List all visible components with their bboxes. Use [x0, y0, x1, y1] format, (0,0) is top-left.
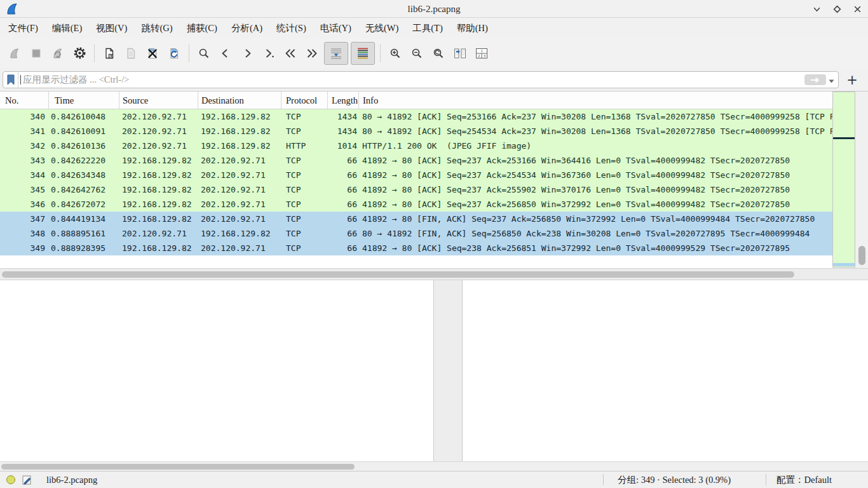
- restart-capture-button[interactable]: [47, 43, 69, 64]
- menu-bar: 文件(F) 编辑(E) 视图(V) 跳转(G) 捕获(C) 分析(A) 统计(S…: [0, 18, 868, 38]
- column-header-info[interactable]: Info: [359, 92, 832, 109]
- zoom-in-button[interactable]: [384, 43, 406, 64]
- menu-statistics[interactable]: 统计(S): [269, 18, 313, 38]
- packet-row[interactable]: 3450.842642762192.168.129.82202.120.92.7…: [0, 182, 832, 197]
- reload-file-button[interactable]: [163, 43, 185, 64]
- add-filter-button[interactable]: +: [844, 71, 860, 88]
- packet-cell-no: 348: [0, 226, 49, 241]
- horizontal-scrollbar-thumb[interactable]: [2, 271, 794, 278]
- display-filter-box[interactable]: [3, 71, 839, 88]
- packet-cell-proto: TCP: [281, 212, 328, 226]
- expert-info-icon[interactable]: [6, 475, 15, 484]
- packet-cell-len: 66: [328, 241, 359, 255]
- packet-cell-info: HTTP/1.1 200 OK (JPEG JFIF image): [359, 139, 832, 153]
- status-file-name: lib6-2.pcapng: [46, 475, 97, 485]
- column-header-length[interactable]: Length: [328, 92, 359, 109]
- maximize-icon[interactable]: [830, 2, 844, 16]
- packet-row[interactable]: 3480.888895161202.120.92.71192.168.129.8…: [0, 226, 832, 241]
- menu-wireless[interactable]: 无线(W): [358, 18, 405, 38]
- resize-columns-button[interactable]: [449, 43, 471, 64]
- main-toolbar: 123: [0, 38, 868, 68]
- menu-capture[interactable]: 捕获(C): [180, 18, 224, 38]
- menu-go[interactable]: 跳转(G): [134, 18, 179, 38]
- double-chevron-right-icon: [305, 47, 319, 60]
- menu-file[interactable]: 文件(F): [1, 18, 45, 38]
- capture-options-button[interactable]: [69, 43, 90, 64]
- last-packet-button[interactable]: [301, 43, 323, 64]
- packet-row[interactable]: 3430.842622220192.168.129.82202.120.92.7…: [0, 153, 832, 168]
- zoom-reset-icon: [432, 47, 445, 60]
- status-profile[interactable]: 配置：Default: [766, 474, 868, 486]
- packet-cell-proto: TCP: [281, 124, 328, 139]
- intelligent-scrollbar-minimap[interactable]: [832, 92, 855, 268]
- column-header-protocol[interactable]: Protocol: [281, 92, 328, 109]
- packet-cell-time: 0.842610136: [49, 139, 119, 153]
- packet-cell-info: 41892 → 80 [ACK] Seq=237 Ack=254534 Win=…: [359, 168, 832, 182]
- packet-cell-proto: TCP: [281, 109, 328, 124]
- packet-cell-len: 66: [328, 197, 359, 212]
- capture-comment-icon[interactable]: [22, 475, 32, 485]
- start-capture-button[interactable]: [4, 43, 25, 64]
- save-file-button[interactable]: [120, 43, 142, 64]
- zoom-reset-button[interactable]: [428, 43, 449, 64]
- colorize-toggle[interactable]: [351, 42, 375, 65]
- packet-row[interactable]: 3490.888928395192.168.129.82202.120.92.7…: [0, 241, 832, 255]
- column-header-source[interactable]: Source: [119, 92, 198, 109]
- next-packet-button[interactable]: [236, 43, 258, 64]
- packet-row[interactable]: 3470.844419134192.168.129.82202.120.92.7…: [0, 212, 832, 226]
- packet-cell-no: 341: [0, 124, 49, 139]
- details-horizontal-scrollbar[interactable]: [0, 461, 868, 471]
- packet-list-horizontal-scrollbar[interactable]: [0, 268, 868, 280]
- filter-dropdown-icon[interactable]: [829, 74, 834, 86]
- close-file-icon: [146, 47, 159, 60]
- previous-packet-button[interactable]: [215, 43, 236, 64]
- minimize-icon[interactable]: [810, 2, 824, 16]
- stop-capture-button[interactable]: [25, 43, 47, 64]
- toolbar-separator: [380, 44, 381, 62]
- close-icon[interactable]: [850, 2, 864, 16]
- pane-splitter[interactable]: [435, 280, 462, 461]
- colorize-icon: [355, 46, 370, 61]
- packet-row[interactable]: 3440.842634348192.168.129.82202.120.92.7…: [0, 168, 832, 182]
- auto-scroll-toggle[interactable]: [324, 42, 348, 65]
- first-packet-button[interactable]: [280, 43, 301, 64]
- menu-analyze[interactable]: 分析(A): [224, 18, 269, 38]
- packet-cell-dst: 192.168.129.82: [198, 226, 281, 241]
- packet-cell-time: 0.842634348: [49, 168, 119, 182]
- packet-list-vertical-scrollbar[interactable]: [856, 92, 868, 268]
- menu-telephony[interactable]: 电话(Y): [313, 18, 358, 38]
- zoom-out-button[interactable]: [406, 43, 428, 64]
- column-header-no[interactable]: No.: [0, 92, 49, 109]
- go-to-packet-button[interactable]: [258, 43, 280, 64]
- packet-cell-no: 342: [0, 139, 49, 153]
- packet-row[interactable]: 3400.842610048202.120.92.71192.168.129.8…: [0, 109, 832, 124]
- packet-cell-src: 202.120.92.71: [119, 109, 198, 124]
- menu-tools[interactable]: 工具(T): [405, 18, 450, 38]
- filter-bookmark-icon[interactable]: [3, 71, 18, 88]
- packet-cell-dst: 192.168.129.82: [198, 124, 281, 139]
- column-header-time[interactable]: Time: [49, 92, 119, 109]
- menu-edit[interactable]: 编辑(E): [45, 18, 90, 38]
- find-packet-button[interactable]: [193, 43, 215, 64]
- packet-list-header: No. Time Source Destination Protocol Len…: [0, 92, 832, 109]
- reload-file-icon: [168, 47, 180, 60]
- apply-filter-icon[interactable]: [804, 74, 826, 85]
- status-packet-counts: 分组: 349 · Selected: 3 (0.9%): [604, 474, 766, 486]
- display-filter-input[interactable]: [21, 72, 804, 87]
- packet-cell-proto: HTTP: [281, 139, 328, 153]
- menu-help[interactable]: 帮助(H): [450, 18, 495, 38]
- packet-cell-proto: TCP: [281, 168, 328, 182]
- column-header-destination[interactable]: Destination: [198, 92, 281, 109]
- packet-row[interactable]: 3420.842610136202.120.92.71192.168.129.8…: [0, 139, 832, 153]
- double-chevron-left-icon: [283, 47, 297, 60]
- search-icon: [198, 47, 210, 60]
- layout-button[interactable]: 123: [471, 43, 492, 64]
- menu-view[interactable]: 视图(V): [89, 18, 134, 38]
- vertical-scrollbar-thumb[interactable]: [858, 246, 865, 265]
- details-scrollbar-thumb[interactable]: [1, 464, 355, 470]
- packet-details-pane: [0, 280, 434, 461]
- packet-row[interactable]: 3410.842610091202.120.92.71192.168.129.8…: [0, 124, 832, 139]
- packet-row[interactable]: 3460.842672072192.168.129.82202.120.92.7…: [0, 197, 832, 212]
- open-file-button[interactable]: [98, 43, 120, 64]
- close-file-button[interactable]: [142, 43, 163, 64]
